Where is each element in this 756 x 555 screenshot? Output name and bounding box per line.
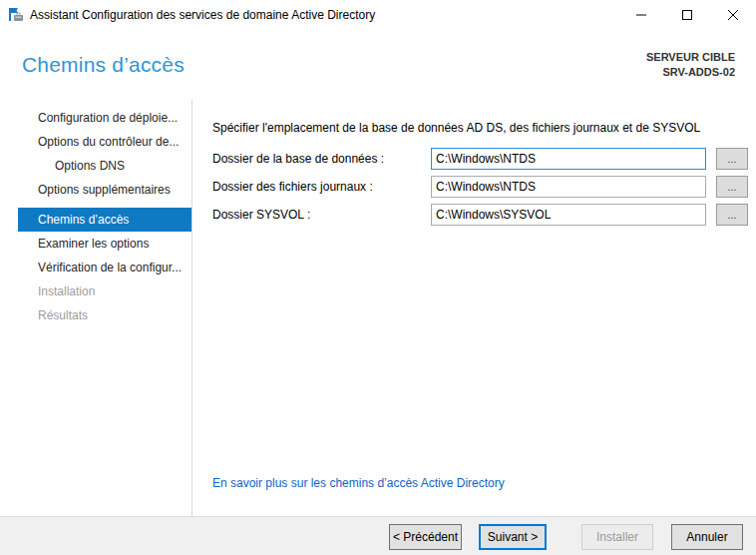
log-files-folder-input[interactable] [431, 176, 706, 198]
footer-bar: < Précédent Suivant > Installer Annuler [0, 516, 756, 555]
sidebar-divider [191, 100, 192, 516]
window-controls [618, 0, 756, 30]
database-folder-input[interactable] [431, 148, 706, 170]
title-bar: Assistant Configuration des services de … [0, 0, 756, 30]
sysvol-folder-input[interactable] [431, 204, 706, 226]
learn-more-link[interactable]: En savoir plus sur les chemins d’accès A… [212, 476, 505, 490]
maximize-button[interactable] [664, 0, 710, 30]
sidebar-item-paths[interactable]: Chemins d’accès [18, 208, 191, 232]
log-files-folder-browse-button[interactable]: ... [716, 176, 748, 198]
next-button[interactable]: Suivant > [479, 524, 547, 550]
sidebar-item-review-options[interactable]: Examiner les options [18, 232, 191, 256]
target-server-name: SRV-ADDS-02 [646, 65, 735, 80]
cancel-button[interactable]: Annuler [671, 524, 743, 550]
server-manager-icon [8, 7, 24, 23]
window-title: Assistant Configuration des services de … [30, 8, 375, 22]
minimize-icon [636, 10, 646, 20]
wizard-steps-sidebar: Configuration de déploie... Options du c… [0, 106, 191, 327]
log-files-folder-label: Dossier des fichiers journaux : [212, 176, 426, 198]
maximize-icon [682, 10, 692, 20]
target-server-block: SERVEUR CIBLE SRV-ADDS-02 [646, 50, 735, 80]
sidebar-item-additional-options[interactable]: Options supplémentaires [18, 178, 191, 202]
target-server-label: SERVEUR CIBLE [646, 50, 735, 65]
install-button: Installer [581, 524, 653, 550]
sysvol-folder-browse-button[interactable]: ... [716, 204, 748, 226]
sidebar-item-domain-controller-options[interactable]: Options du contrôleur de... [18, 130, 191, 154]
previous-button[interactable]: < Précédent [389, 524, 462, 550]
close-icon [728, 10, 738, 20]
sidebar-item-results: Résultats [18, 303, 191, 327]
page-title: Chemins d’accès [22, 53, 185, 77]
minimize-button[interactable] [618, 0, 664, 30]
sidebar-item-prerequisites-check[interactable]: Vérification de la configur... [18, 256, 191, 279]
sidebar-item-deployment-configuration[interactable]: Configuration de déploie... [18, 106, 191, 130]
database-folder-browse-button[interactable]: ... [716, 148, 748, 170]
sidebar-item-dns-options[interactable]: Options DNS [18, 154, 191, 178]
wizard-window: Assistant Configuration des services de … [0, 0, 756, 555]
close-button[interactable] [710, 0, 756, 30]
page-description: Spécifier l'emplacement de la base de do… [212, 121, 700, 135]
sysvol-folder-label: Dossier SYSVOL : [212, 204, 426, 226]
database-folder-label: Dossier de la base de données : [212, 148, 426, 170]
sidebar-item-installation: Installation [18, 279, 191, 303]
